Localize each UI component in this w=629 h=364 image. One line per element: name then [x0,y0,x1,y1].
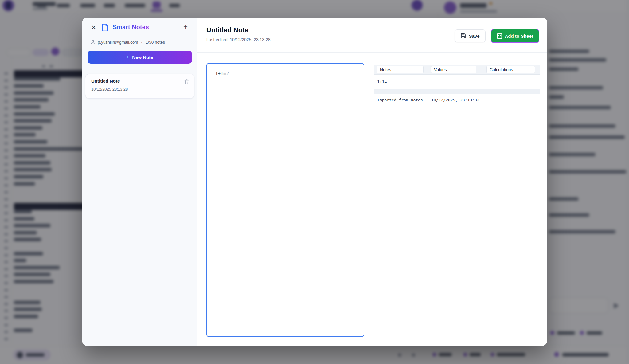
delete-note-icon[interactable] [184,79,189,84]
cell-values [428,75,484,89]
last-edited-text: Last edited: 10/12/2025, 23:13:28 [206,37,271,42]
column-header-calculations[interactable]: Calculations [486,66,535,73]
app-screen: ✕ Smart Notes + p.yuzhilin@gm [0,0,629,364]
column-divider [484,65,484,112]
note-text-editor[interactable]: 1+1=2 [206,63,364,337]
account-info: p.yuzhilin@gmail.com · 1/50 notes [90,40,165,45]
cell-calculations [484,94,540,112]
sheet-preview-table: Notes Values Calculations 1+1= Imported … [374,65,540,112]
editor-text: 1+1= [215,71,226,76]
plus-icon: + [126,54,129,60]
cell-values: 10/12/2025, 23:13:32 [428,94,484,112]
account-email: p.yuzhilin@gmail.com [98,40,138,45]
cell-calculations [484,75,540,89]
column-header-values[interactable]: Values [431,66,476,73]
smart-notes-icon [102,23,109,31]
modal-title: Smart Notes [113,24,149,31]
notes-count: 1/50 notes [146,40,165,45]
new-note-button[interactable]: + New Note [88,51,192,64]
note-title: Untitled Note [206,26,248,34]
user-icon [90,40,95,45]
cell-notes: 1+1= [374,75,428,89]
sheet-icon [497,33,502,39]
close-modal-button[interactable]: ✕ [89,23,98,32]
cell-notes: Imported from Notes [374,94,428,112]
table-row[interactable]: 1+1= [374,75,540,89]
column-header-notes[interactable]: Notes [377,66,424,73]
save-icon [460,33,466,39]
note-actions: Save Add to Sheet [455,29,539,43]
sidebar-header: ✕ Smart Notes + [82,18,197,37]
note-editor-panel: Untitled Note Last edited: 10/12/2025, 2… [197,18,547,346]
account-separator: · [141,40,143,45]
add-to-sheet-button[interactable]: Add to Sheet [491,29,540,43]
save-button[interactable]: Save [455,29,485,42]
table-row[interactable]: Imported from Notes 10/12/2025, 23:13:32 [374,94,540,112]
add-note-button[interactable]: + [181,22,190,32]
smart-notes-modal: ✕ Smart Notes + p.yuzhilin@gm [82,18,547,346]
note-list-item[interactable]: Untitled Note 10/12/2025 23:13:28 [85,74,194,99]
column-divider [428,65,428,112]
editor-suggestion: 2 [226,71,229,76]
notes-sidebar: ✕ Smart Notes + p.yuzhilin@gm [82,18,197,346]
note-item-title: Untitled Note [91,78,120,84]
note-item-timestamp: 10/12/2025 23:13:28 [91,87,128,92]
table-header-row: Notes Values Calculations [374,65,540,75]
header-divider [197,52,547,53]
table-spacer-row [374,89,540,94]
